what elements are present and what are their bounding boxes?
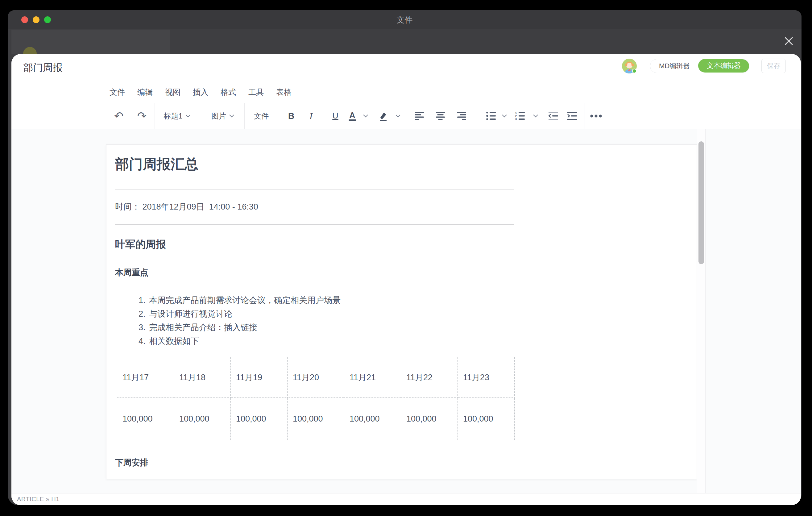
doc-data-table: 11月17 11月18 11月19 11月20 11月21 11月22 11月2… [117, 357, 515, 440]
image-insert-select[interactable]: 图片 [211, 103, 234, 129]
file-insert-button[interactable]: 文件 [254, 103, 269, 129]
outdent-button[interactable] [549, 103, 558, 129]
outdent-icon [549, 112, 558, 120]
table-cell[interactable]: 11月21 [344, 357, 401, 398]
ordered-list-icon: 1 2 3 [515, 112, 525, 120]
align-left-button[interactable] [415, 103, 424, 129]
table-cell[interactable]: 100,000 [231, 398, 288, 440]
highlight-dropdown[interactable] [396, 103, 401, 129]
svg-text:2: 2 [515, 114, 517, 118]
menu-tools[interactable]: 工具 [248, 87, 264, 97]
avatar[interactable] [622, 59, 637, 74]
modal-header: 部门周报 MD编辑器 [11, 54, 801, 81]
editor-modal: 部门周报 MD编辑器 [11, 54, 801, 505]
table-cell[interactable]: 11月17 [117, 357, 174, 398]
italic-button[interactable]: I [310, 103, 313, 129]
table-cell[interactable]: 100,000 [117, 398, 174, 440]
table-cell[interactable]: 11月18 [174, 357, 231, 398]
close-traffic-light[interactable] [21, 16, 28, 23]
highlight-button[interactable] [378, 103, 388, 129]
doc-ordered-list: 本周完成产品前期需求讨论会议，确定相关用户场景 与设计师进行视觉讨论 完成相关产… [115, 293, 341, 348]
align-left-icon [415, 112, 424, 120]
element-path-breadcrumb: ARTICLE » H1 [17, 493, 60, 505]
ordered-list-button[interactable]: 1 2 3 [515, 103, 525, 129]
traffic-lights [21, 16, 51, 23]
menu-format[interactable]: 格式 [221, 87, 236, 97]
table-row: 100,000 100,000 100,000 100,000 100,000 … [117, 398, 515, 440]
chevron-down-icon [533, 114, 538, 118]
doc-time-line[interactable]: 时间： 2018年12月09日 14:00 - 16:30 [115, 201, 258, 212]
document-title: 部门周报 [23, 54, 63, 81]
chevron-down-icon [186, 114, 191, 118]
list-item[interactable]: 本周完成产品前期需求讨论会议，确定相关用户场景 [148, 293, 341, 307]
doc-heading-2[interactable]: 叶军的周报 [115, 238, 166, 252]
underline-button[interactable]: U [332, 103, 339, 129]
menu-edit[interactable]: 编辑 [137, 87, 153, 97]
article: 部门周报汇总 时间： 2018年12月09日 14:00 - 16:30 叶军的… [115, 145, 689, 479]
app-window: 文件 部门周报 [8, 10, 802, 505]
align-right-button[interactable] [457, 103, 466, 129]
chevron-down-icon [363, 114, 368, 118]
svg-text:1: 1 [515, 112, 517, 114]
menu-table[interactable]: 表格 [276, 87, 292, 97]
menu-file[interactable]: 文件 [110, 87, 125, 97]
more-tools-button[interactable] [590, 103, 602, 129]
table-cell[interactable]: 100,000 [458, 398, 515, 440]
editor-content-area: 部门周报汇总 时间： 2018年12月09日 14:00 - 16:30 叶军的… [11, 129, 801, 493]
menu-insert[interactable]: 插入 [193, 87, 208, 97]
editor-mode-toggle: MD编辑器 文本编辑器 [650, 59, 749, 73]
table-cell[interactable]: 100,000 [288, 398, 344, 440]
md-editor-button[interactable]: MD编辑器 [650, 59, 698, 73]
redo-icon: ↷ [137, 111, 147, 122]
font-color-icon: A [349, 111, 356, 121]
redo-button[interactable]: ↷ [137, 103, 147, 129]
highlight-icon [378, 111, 388, 121]
font-color-dropdown[interactable] [363, 103, 368, 129]
minimize-traffic-light[interactable] [33, 16, 39, 23]
doc-heading-1[interactable]: 部门周报汇总 [115, 155, 198, 173]
align-right-icon [457, 112, 466, 120]
save-button[interactable]: 保存 [761, 59, 786, 73]
bullet-list-button[interactable] [486, 103, 496, 129]
table-cell[interactable]: 100,000 [401, 398, 458, 440]
window-title: 文件 [8, 10, 802, 29]
undo-icon: ↶ [114, 111, 123, 122]
chevron-down-icon [396, 114, 401, 118]
bullet-list-dropdown[interactable] [502, 103, 507, 129]
table-cell[interactable]: 11月19 [231, 357, 288, 398]
doc-section-this-week[interactable]: 本周重点 [115, 267, 148, 278]
document-page[interactable]: 部门周报汇总 时间： 2018年12月09日 14:00 - 16:30 叶军的… [106, 144, 697, 479]
menu-view[interactable]: 视图 [165, 87, 180, 97]
align-center-button[interactable] [436, 103, 445, 129]
table-cell[interactable]: 11月22 [401, 357, 458, 398]
table-cell[interactable]: 11月23 [458, 357, 515, 398]
indent-icon [567, 112, 577, 120]
font-color-button[interactable]: A [349, 103, 356, 129]
indent-button[interactable] [567, 103, 577, 129]
ordered-list-dropdown[interactable] [533, 103, 538, 129]
list-item[interactable]: 相关数据如下 [148, 334, 341, 348]
scrollbar-thumb[interactable] [698, 141, 704, 264]
menu-bar: 文件 编辑 视图 插入 格式 工具 表格 [110, 81, 292, 103]
titlebar: 文件 [8, 10, 802, 29]
heading-style-select[interactable]: 标题1 [164, 103, 190, 129]
toolbar: ↶ ↷ 标题1 图片 文件 B I U [11, 103, 801, 129]
zoom-traffic-light[interactable] [44, 16, 51, 23]
undo-button[interactable]: ↶ [114, 103, 123, 129]
text-editor-button[interactable]: 文本编辑器 [698, 59, 749, 73]
table-cell[interactable]: 100,000 [174, 398, 231, 440]
doc-section-next-week[interactable]: 下周安排 [115, 457, 148, 468]
chevron-down-icon [502, 114, 507, 118]
list-item[interactable]: 与设计师进行视觉讨论 [148, 307, 341, 321]
scrollbar-track[interactable] [697, 129, 705, 493]
status-bar: ARTICLE » H1 [11, 493, 801, 505]
list-item[interactable]: 完成相关产品介绍：插入链接 [148, 321, 341, 334]
table-cell[interactable]: 100,000 [344, 398, 401, 440]
align-center-icon [436, 112, 445, 120]
table-row: 11月17 11月18 11月19 11月20 11月21 11月22 11月2… [117, 357, 515, 398]
bullet-list-icon [486, 112, 496, 120]
close-icon[interactable] [783, 35, 794, 47]
more-icon [590, 114, 602, 118]
table-cell[interactable]: 11月20 [288, 357, 344, 398]
bold-button[interactable]: B [288, 103, 294, 129]
